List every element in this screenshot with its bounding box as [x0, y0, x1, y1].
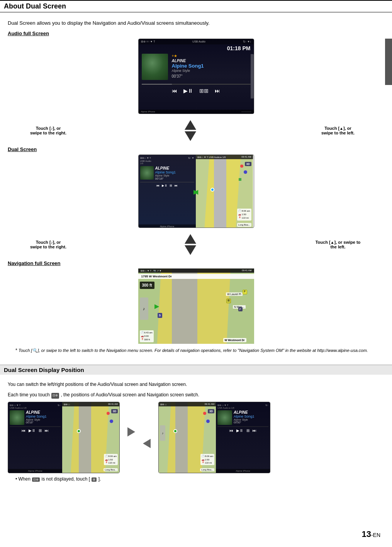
dp2-alpine: ALPINE — [234, 410, 255, 414]
main-content: Dual Screen allows you to display the Na… — [0, 16, 392, 361]
dual-next[interactable]: ⏭ — [175, 184, 178, 187]
dual-nav-dist1: 🚗 1:50 — [238, 213, 250, 216]
dual-nav-topbar: ⊞⊛ ∷ ▼ T USB Audio ▸ 1/8 09:41 AM — [196, 155, 253, 159]
next-icon[interactable]: ⏭ — [215, 88, 220, 94]
dp2-style: Alpine Style — [234, 418, 255, 421]
dual-album-art — [140, 166, 154, 180]
dp1-play[interactable]: ▶⏸ — [29, 428, 36, 433]
fas-time: 01:18 PM — [139, 44, 254, 51]
green-arrow-left: ◀ — [196, 188, 198, 195]
audio-full-screen-image: ⊞⊛ ∷∷ ▼ T USB Audio ⇅↑ ▼↕ 01:18 PM +★ AL… — [138, 39, 254, 114]
nav-current-pos — [210, 188, 214, 192]
fas-side-handle[interactable] — [251, 54, 254, 99]
dp-screens-row: ⊞⊛ ∷ ▼ T ⇅↑ USB Audio ▸ 1/8 ALPINE Alpin… — [8, 402, 384, 473]
dp1-3d[interactable]: 3D — [111, 409, 118, 413]
fas-bottom-bar: Alpine iPhone ────── — [139, 110, 254, 114]
fas-style: Alpine Style — [172, 69, 251, 73]
dual-prev[interactable]: ⏮ — [156, 184, 160, 187]
dp1-controls: ⏮ ▶⏸ ⊞ ⏭ — [10, 428, 61, 433]
dp1-place: Long Bea... — [104, 468, 118, 471]
dp-text2: Each time you touch ⊡⊛ , the positions o… — [8, 391, 384, 399]
page-en-suffix: -EN — [371, 532, 380, 538]
dp2-nav-top: ⊞⊛ ∷ 09:41 AM — [159, 402, 216, 406]
dp2-info: ALPINE Alpine Song1 Alpine Style 00'50'' — [234, 410, 255, 425]
dp-arrow-left — [127, 439, 151, 448]
fas-track-time: 00'37'' — [172, 74, 251, 78]
dual-nav-time-info: 🕐 8:06 am — [238, 209, 250, 213]
dp1-top: ⊞⊛ ∷ ▼ T ⇅↑ — [10, 404, 61, 406]
dp1-info-t: 🕐 8:06 am — [105, 455, 117, 458]
dp-text1: You can switch the left/right positions … — [8, 381, 384, 388]
dual-song-info: ALPINE Alpine Song1 Alpine Style 00'16'' — [155, 166, 176, 180]
dual-play[interactable]: ▶⏸ — [162, 184, 167, 187]
dual-audio-topbar: ⊞⊛ ∷ ▼ T ⇅↑ ▼ — [140, 156, 194, 159]
dp1-nav-time: 09:41 AM — [108, 403, 118, 406]
dual-grid[interactable]: ⊞ — [170, 184, 172, 187]
nav-badge-5: 5 — [158, 313, 162, 318]
dual-nav-info: 🕐 8:06 am 🚗 1:50 📍 110 mi — [237, 209, 251, 221]
dp2-3d[interactable]: 3D — [208, 409, 214, 413]
dp2-bottom: Alpine iPhone — [216, 469, 270, 473]
dp1-info: ALPINE Alpine Song1 Alpine Style 00'16'' — [26, 410, 47, 425]
display-position-section: Dual Screen Display Position — [0, 365, 392, 375]
dual-nav-time: 09:41 AM — [241, 156, 251, 158]
grid-icon[interactable]: ⊞⊞ — [199, 88, 209, 94]
side-tab — [385, 39, 392, 85]
dp1-prev[interactable]: ⏮ — [22, 428, 25, 433]
dp2-road-g — [175, 402, 188, 473]
dp2-controls: ⏮ ▶⏸ ⊞ ⏭ — [217, 428, 268, 433]
dual-controls: ⏮ ▶⏸ ⊞ ⏭ — [140, 184, 194, 187]
nav-music-icon[interactable]: ♪ — [140, 297, 148, 320]
nav-full-time-info: 🕐 6:43 am — [141, 331, 153, 335]
dp1-art — [10, 410, 24, 425]
nav-full-dist-info2: 📍 300 ft — [141, 338, 153, 341]
dp2-play[interactable]: ▶⏸ — [236, 428, 243, 433]
nav-poi-2 — [244, 170, 247, 174]
dp1-body: ALPINE Alpine Song1 Alpine Style 00'16'' — [10, 410, 61, 425]
intro-text: Dual Screen allows you to display the Na… — [8, 20, 384, 26]
nav-street-laurel: W Laurel Pl — [226, 292, 242, 296]
dp-text2-part3: , the positions of Audio/Visual screen a… — [61, 392, 199, 398]
fas-status-icons: ⊞⊛ ∷∷ ▼ T — [141, 40, 155, 43]
dual-time-t: 00'16'' — [155, 177, 176, 180]
nav-full-left-icons: ⊞⊛ ∷ ▼ T . 📷 ↗ ▼ — [141, 269, 162, 272]
dp1-grid[interactable]: ⊞ — [39, 428, 42, 433]
dp1-road-g — [79, 402, 92, 473]
dp2-usb: USB Audio ▸ 1/8 — [217, 406, 268, 409]
play-icon[interactable]: ▶⏸ — [183, 88, 193, 94]
dp1-next[interactable]: ⏭ — [45, 428, 49, 433]
dp2-prev[interactable]: ⏮ — [229, 428, 233, 433]
dp1-icons: ⊞⊛ ∷ ▼ T — [10, 404, 21, 406]
fas-body: +★ ALPINE Alpine Song1 Alpine Style 00'3… — [139, 51, 254, 82]
dp1-nav-top: ⊞⊛ ∷ 09:41 AM — [62, 402, 119, 406]
arrow1-right-text: Touch [▲], orswipe to the left. — [307, 126, 369, 135]
dp1-info-d1: 🚗 1:50 — [105, 458, 117, 461]
bullet-icon[interactable]: ⊡⊛ — [32, 477, 40, 482]
arrow2-up-icon — [185, 234, 196, 244]
dp2-nav: ⊞⊛ ∷ 09:41 AM 3D ♪ 🕐 8:06 am 🚗 1:50 📍 11… — [159, 402, 216, 473]
dp2-song: Alpine Song1 — [234, 414, 255, 418]
fas-plus-star: +★ — [172, 54, 251, 58]
search-icon-inline: 🔍 — [32, 348, 37, 353]
nav-full-westmont: W Westmont Dr — [223, 338, 246, 342]
bullet-grid-icon[interactable]: ⊞ — [92, 477, 97, 482]
dp2-music-icon[interactable]: ♪ — [160, 425, 165, 441]
dp2-grid[interactable]: ⊞ — [246, 428, 249, 433]
fas-progress-fill — [142, 84, 172, 85]
fas-alpine-logo: ALPINE — [172, 59, 251, 63]
dp-text2-part1: Each time you touch — [8, 392, 50, 398]
fas-bottom-label: Alpine iPhone — [141, 110, 155, 113]
dp2-info-t: 🕐 8:06 am — [202, 455, 213, 458]
dp1-alpine: ALPINE — [26, 410, 47, 414]
dp-icon-inline[interactable]: ⊡⊛ — [51, 393, 59, 399]
dp2-info-bottom: 🕐 8:06 am 🚗 1:50 📍 110 mi — [200, 454, 214, 465]
nav-button-3d[interactable]: 3D — [245, 162, 251, 166]
bullet-text3: ]. — [98, 476, 101, 482]
prev-icon[interactable]: ⏮ — [172, 88, 177, 94]
arrow-section-1: Touch [♪], orswipe to the right. Touch [… — [8, 116, 384, 145]
dp2-icons: ⊞⊛ ∷ ▼ T — [217, 404, 229, 406]
nav-full-address: 1795 W Westmont Dr — [138, 274, 254, 279]
dp2-audio: ⊞⊛ ∷ ▼ T ⇅↑ USB Audio ▸ 1/8 ALPINE Alpin… — [216, 402, 270, 473]
dp2-signal: ⇅↑ — [265, 404, 268, 406]
dp2-next[interactable]: ⏭ — [253, 428, 256, 433]
